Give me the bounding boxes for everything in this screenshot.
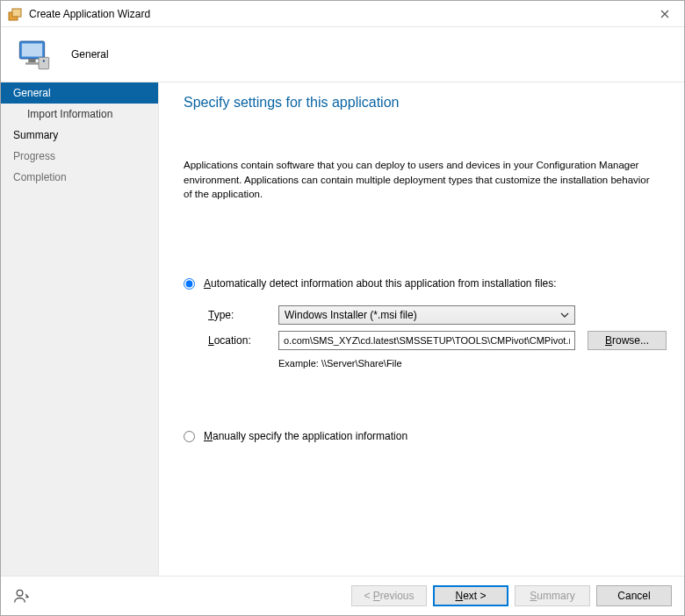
- monitor-icon: [17, 37, 52, 72]
- window-title: Create Application Wizard: [29, 8, 645, 20]
- svg-point-7: [43, 60, 45, 61]
- svg-point-8: [17, 590, 23, 596]
- sidebar-item-summary[interactable]: Summary: [1, 125, 158, 146]
- content: Specify settings for this application Ap…: [159, 82, 684, 576]
- location-label: Location:: [208, 334, 278, 347]
- svg-rect-3: [22, 44, 42, 57]
- cancel-button[interactable]: Cancel: [596, 585, 672, 606]
- browse-button[interactable]: Browse...: [588, 331, 667, 350]
- radio-manual[interactable]: [184, 431, 195, 442]
- wizard-window: Create Application Wizard General Genera…: [0, 0, 685, 616]
- app-icon: [8, 7, 22, 21]
- previous-button: < Previous: [351, 585, 427, 606]
- banner: General: [1, 27, 684, 82]
- page-title: Specify settings for this application: [184, 95, 668, 111]
- radio-auto-detect-label: Automatically detect information about t…: [204, 277, 557, 290]
- svg-rect-5: [25, 62, 39, 65]
- footer: < Previous Next > Summary Cancel: [1, 576, 684, 615]
- chevron-down-icon: [560, 310, 569, 322]
- type-label: Type:: [208, 309, 278, 321]
- type-value: Windows Installer (*.msi file): [285, 309, 417, 321]
- close-button[interactable]: [645, 1, 684, 26]
- option-auto-detect[interactable]: Automatically detect information about t…: [184, 277, 668, 290]
- sidebar-item-completion[interactable]: Completion: [1, 167, 158, 188]
- option-manual[interactable]: Manually specify the application informa…: [184, 430, 668, 442]
- location-row: Location: Browse...: [184, 331, 668, 350]
- sidebar: General Import Information Summary Progr…: [1, 82, 159, 576]
- svg-rect-1: [12, 9, 21, 17]
- svg-rect-4: [28, 59, 35, 62]
- user-icon[interactable]: [13, 587, 31, 605]
- svg-rect-6: [39, 57, 49, 68]
- sidebar-item-progress[interactable]: Progress: [1, 146, 158, 167]
- main-area: General Import Information Summary Progr…: [1, 82, 684, 576]
- location-input[interactable]: [278, 331, 575, 350]
- radio-manual-label: Manually specify the application informa…: [204, 430, 407, 442]
- type-combo[interactable]: Windows Installer (*.msi file): [278, 305, 575, 325]
- page-description: Applications contain software that you c…: [184, 158, 668, 202]
- summary-button: Summary: [515, 585, 590, 606]
- sidebar-item-general[interactable]: General: [1, 82, 158, 104]
- example-text: Example: \\Server\Share\File: [184, 358, 668, 369]
- next-button[interactable]: Next >: [433, 585, 508, 606]
- titlebar: Create Application Wizard: [1, 1, 684, 27]
- type-row: Type: Windows Installer (*.msi file): [184, 305, 668, 325]
- radio-auto-detect[interactable]: [184, 278, 195, 290]
- sidebar-item-import-information[interactable]: Import Information: [1, 104, 158, 125]
- banner-title: General: [71, 48, 109, 61]
